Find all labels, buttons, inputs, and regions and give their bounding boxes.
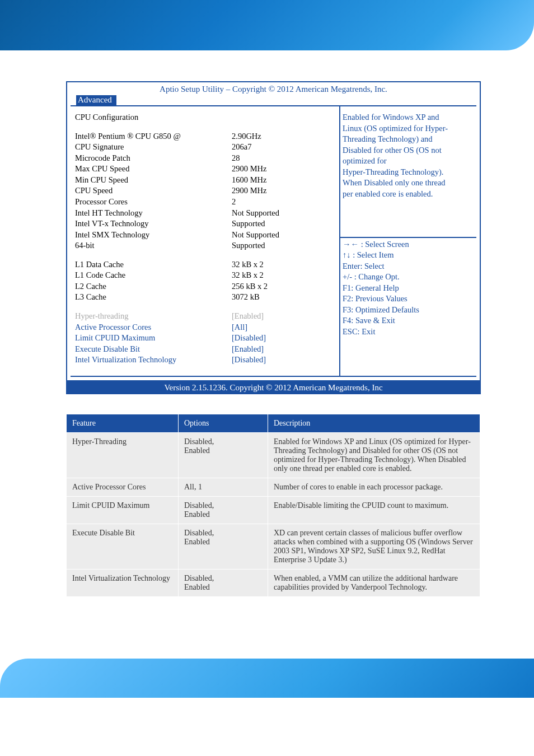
help-line: Threading Technology) and (343, 134, 474, 145)
key-line: ESC: Exit (343, 326, 474, 338)
opt-value[interactable]: [All] (232, 322, 310, 333)
cache-label: L3 Cache (75, 292, 232, 303)
cache-value: 32 kB x 2 (232, 259, 310, 270)
info-value: 2 (232, 197, 310, 208)
cell-options: Disabled, Enabled (179, 569, 268, 596)
table-row: Intel Virtualization Technology Disabled… (67, 569, 480, 596)
help-line: Enabled for Windows XP and (343, 112, 474, 123)
help-line: per enabled core is enabled. (343, 189, 474, 200)
page-bottom-banner (0, 659, 534, 698)
info-value: Not Supported (232, 230, 310, 241)
opt-intel-vt[interactable]: Intel Virtualization Technology (75, 354, 232, 366)
info-label: Intel® Pentium ® CPU G850 @ (75, 131, 232, 142)
table-row: Execute Disable Bit Disabled, Enabled XD… (67, 524, 480, 569)
table-row: Limit CPUID Maximum Disabled, Enabled En… (67, 496, 480, 524)
help-line: optimized for (343, 156, 474, 167)
cell-options: All, 1 (179, 478, 268, 496)
cache-label: L1 Code Cache (75, 270, 232, 281)
bios-left-panel: CPU Configuration Intel® Pentium ® CPU G… (71, 106, 339, 376)
info-value: 2.90GHz (232, 131, 310, 142)
cell-desc: When enabled, a VMM can utilize the addi… (268, 569, 480, 596)
bios-right-panel: Enabled for Windows XP and Linux (OS opt… (339, 106, 476, 376)
info-label: CPU Speed (75, 185, 232, 197)
tab-advanced: Advanced (76, 95, 116, 105)
info-label: Max CPU Speed (75, 164, 232, 175)
bios-tab-row: Advanced (67, 95, 480, 105)
key-line: F3: Optimized Defaults (343, 305, 474, 316)
info-label: Intel HT Technology (75, 208, 232, 219)
cell-feature: Active Processor Cores (67, 478, 179, 496)
cache-label: L1 Data Cache (75, 259, 232, 270)
cell-options: Disabled, Enabled (179, 432, 268, 478)
opt-limit-cpuid[interactable]: Limit CPUID Maximum (75, 333, 232, 344)
cell-feature: Intel Virtualization Technology (67, 569, 179, 596)
key-line: F1: General Help (343, 283, 474, 294)
bios-footer: Version 2.15.1236. Copyright © 2012 Amer… (66, 381, 481, 394)
info-value: 28 (232, 153, 310, 164)
feature-table: Feature Options Description Hyper-Thread… (66, 414, 480, 597)
help-line: Linux (OS optimized for Hyper- (343, 123, 474, 134)
cache-value: 3072 kB (232, 292, 310, 303)
key-line: ↑↓ : Select Item (343, 250, 474, 261)
help-line: Disabled for other OS (OS not (343, 145, 474, 156)
key-line: F2: Previous Values (343, 293, 474, 305)
opt-hyper-threading[interactable]: Hyper-threading (75, 311, 232, 322)
bios-key-legend: →← : Select Screen ↑↓ : Select Item Ente… (340, 237, 476, 358)
info-label: 64-bit (75, 240, 232, 251)
opt-value[interactable]: [Enabled] (232, 344, 310, 355)
bios-title: Aptio Setup Utility – Copyright © 2012 A… (67, 82, 480, 95)
key-line: Enter: Select (343, 261, 474, 272)
info-value: 2900 MHz (232, 185, 310, 197)
info-label: Processor Cores (75, 197, 232, 208)
info-value: 206a7 (232, 142, 310, 153)
cell-feature: Hyper-Threading (67, 432, 179, 478)
cell-feature: Limit CPUID Maximum (67, 496, 179, 524)
info-value: Supported (232, 218, 310, 230)
bios-help-text: Enabled for Windows XP and Linux (OS opt… (340, 106, 476, 237)
info-label: Min CPU Speed (75, 175, 232, 186)
cell-desc: Enable/Disable limiting the CPUID count … (268, 496, 480, 524)
cell-desc: Enabled for Windows XP and Linux (OS opt… (268, 432, 480, 478)
cell-options: Disabled, Enabled (179, 524, 268, 569)
table-row: Hyper-Threading Disabled, Enabled Enable… (67, 432, 480, 478)
cell-desc: Number of cores to enable in each proces… (268, 478, 480, 496)
cache-value: 32 kB x 2 (232, 270, 310, 281)
info-value: 1600 MHz (232, 175, 310, 186)
info-value: Supported (232, 240, 310, 251)
opt-active-cores[interactable]: Active Processor Cores (75, 322, 232, 333)
key-line: +/- : Change Opt. (343, 272, 474, 283)
th-description: Description (268, 414, 480, 432)
cell-feature: Execute Disable Bit (67, 524, 179, 569)
page-top-banner (0, 0, 534, 50)
opt-value[interactable]: [Disabled] (232, 333, 310, 344)
bios-screenshot: Aptio Setup Utility – Copyright © 2012 A… (66, 81, 481, 381)
cell-options: Disabled, Enabled (179, 496, 268, 524)
info-label: Intel VT-x Technology (75, 218, 232, 230)
th-options: Options (179, 414, 268, 432)
opt-value[interactable]: [Enabled] (232, 311, 310, 322)
key-line: F4: Save & Exit (343, 315, 474, 326)
cache-label: L2 Cache (75, 281, 232, 292)
th-feature: Feature (67, 414, 179, 432)
key-line: →← : Select Screen (343, 239, 474, 250)
cell-desc: XD can prevent certain classes of malici… (268, 524, 480, 569)
help-line: When Disabled only one thread (343, 178, 474, 189)
info-value: 2900 MHz (232, 164, 310, 175)
opt-value[interactable]: [Disabled] (232, 354, 310, 366)
cache-value: 256 kB x 2 (232, 281, 310, 292)
section-heading: CPU Configuration (75, 112, 232, 123)
opt-execute-disable[interactable]: Execute Disable Bit (75, 344, 232, 355)
info-label: Intel SMX Technology (75, 230, 232, 241)
info-label: Microcode Patch (75, 153, 232, 164)
info-value: Not Supported (232, 208, 310, 219)
info-label: CPU Signature (75, 142, 232, 153)
table-row: Active Processor Cores All, 1 Number of … (67, 478, 480, 496)
help-line: Hyper-Threading Technology). (343, 167, 474, 178)
